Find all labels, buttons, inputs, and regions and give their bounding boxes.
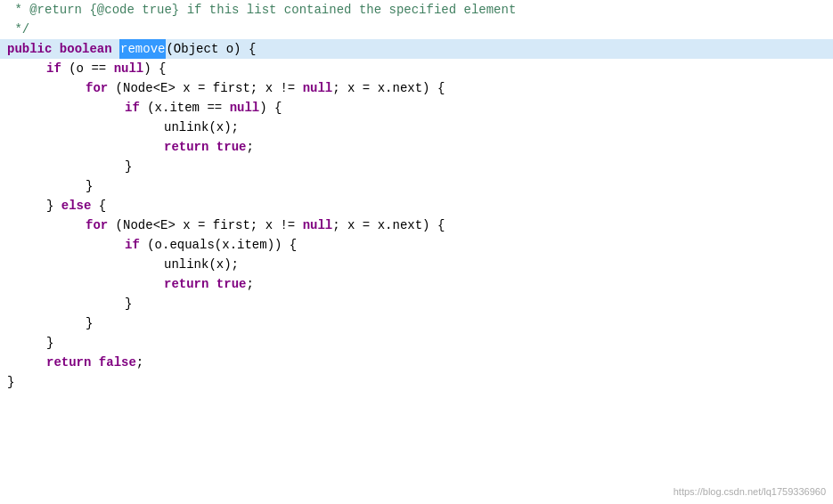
keyword-if-2: if bbox=[125, 98, 140, 118]
keyword-return-1: return bbox=[164, 137, 208, 157]
code-line-5: for (Node<E> x = first; x != null ; x = … bbox=[0, 78, 833, 98]
keyword-true-1: true bbox=[216, 137, 247, 157]
code-line-10: } bbox=[0, 176, 833, 196]
code-line-8: return true ; bbox=[0, 137, 833, 157]
code-line-19: return false ; bbox=[0, 353, 833, 372]
keyword-null-3: null bbox=[230, 98, 260, 118]
keyword-return-3: return bbox=[46, 353, 91, 372]
code-line-20: } bbox=[0, 372, 833, 392]
code-line-17: } bbox=[0, 313, 833, 333]
keyword-null-4: null bbox=[303, 215, 333, 235]
keyword-for-1: for bbox=[86, 78, 108, 98]
keyword-null-1: null bbox=[114, 59, 144, 78]
keyword-false-1: false bbox=[99, 353, 136, 372]
keyword-null-2: null bbox=[303, 78, 333, 98]
comment-text-1: * @return {@code true} if this list cont… bbox=[7, 0, 516, 20]
code-line-15: return true ; bbox=[0, 274, 833, 294]
code-line-14: unlink(x); bbox=[0, 255, 833, 274]
code-line-4: if (o == null ) { bbox=[0, 59, 833, 78]
code-line-7: unlink(x); bbox=[0, 118, 833, 137]
code-line-12: for (Node<E> x = first; x != null ; x = … bbox=[0, 215, 833, 235]
keyword-if-3: if bbox=[125, 235, 140, 255]
keyword-for-2: for bbox=[86, 215, 108, 235]
code-line-1: * @return {@code true} if this list cont… bbox=[0, 0, 833, 20]
code-line-3: public boolean remove (Object o) { bbox=[0, 39, 833, 59]
code-line-9: } bbox=[0, 157, 833, 176]
keyword-boolean: boolean bbox=[60, 39, 112, 59]
code-line-11: } else { bbox=[0, 196, 833, 215]
keyword-if-1: if bbox=[46, 59, 61, 78]
code-editor: * @return {@code true} if this list cont… bbox=[0, 0, 833, 504]
keyword-true-2: true bbox=[216, 274, 247, 294]
watermark: https://blog.csdn.net/lq1759336960 bbox=[674, 486, 826, 497]
keyword-else-1: else bbox=[61, 196, 92, 215]
code-line-6: if (x.item == null ) { bbox=[0, 98, 833, 118]
code-line-18: } bbox=[0, 333, 833, 353]
code-line-16: } bbox=[0, 294, 833, 313]
keyword-return-2: return bbox=[164, 274, 208, 294]
code-line-13: if (o.equals(x.item)) { bbox=[0, 235, 833, 255]
comment-text-2: */ bbox=[7, 20, 29, 39]
code-line-2: */ bbox=[0, 20, 833, 39]
method-name-highlighted: remove bbox=[119, 39, 166, 59]
keyword-public: public bbox=[7, 39, 52, 59]
